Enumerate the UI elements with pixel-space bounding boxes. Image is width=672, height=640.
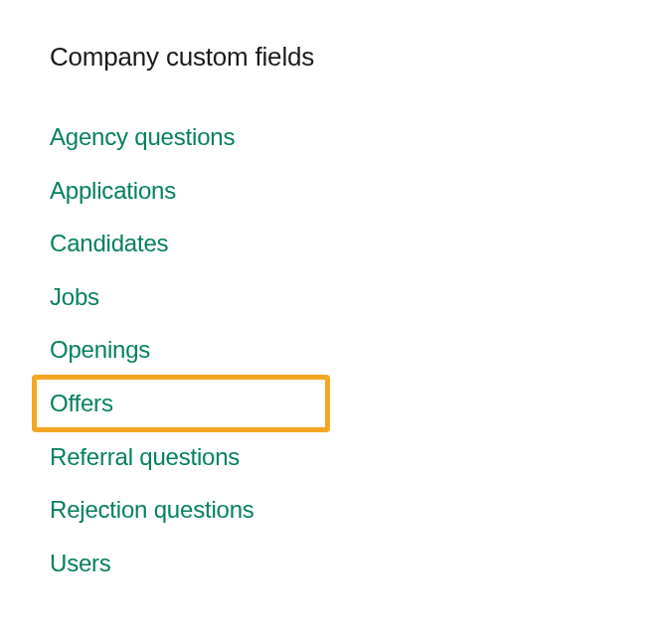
nav-link-rejection-questions[interactable]: Rejection questions <box>50 483 254 537</box>
nav-item-users: Users <box>50 537 622 590</box>
nav-item-jobs: Jobs <box>50 270 622 324</box>
nav-item-candidates: Candidates <box>50 217 622 270</box>
nav-link-referral-questions[interactable]: Referral questions <box>50 430 240 484</box>
nav-link-users[interactable]: Users <box>50 537 111 590</box>
nav-item-rejection-questions: Rejection questions <box>50 483 622 537</box>
nav-link-applications[interactable]: Applications <box>50 164 176 218</box>
nav-item-openings: Openings <box>50 323 622 377</box>
highlight-wrapper: Offers <box>50 377 113 430</box>
custom-fields-nav-list: Agency questions Applications Candidates… <box>50 110 622 589</box>
nav-item-offers: Offers <box>50 377 622 430</box>
section-heading: Company custom fields <box>50 42 622 73</box>
nav-link-openings[interactable]: Openings <box>50 323 150 377</box>
nav-link-agency-questions[interactable]: Agency questions <box>50 110 235 164</box>
nav-link-candidates[interactable]: Candidates <box>50 217 168 270</box>
nav-item-applications: Applications <box>50 164 622 218</box>
nav-item-referral-questions: Referral questions <box>50 430 622 484</box>
nav-item-agency-questions: Agency questions <box>50 110 622 164</box>
nav-link-offers[interactable]: Offers <box>50 377 113 430</box>
nav-link-jobs[interactable]: Jobs <box>50 270 99 324</box>
